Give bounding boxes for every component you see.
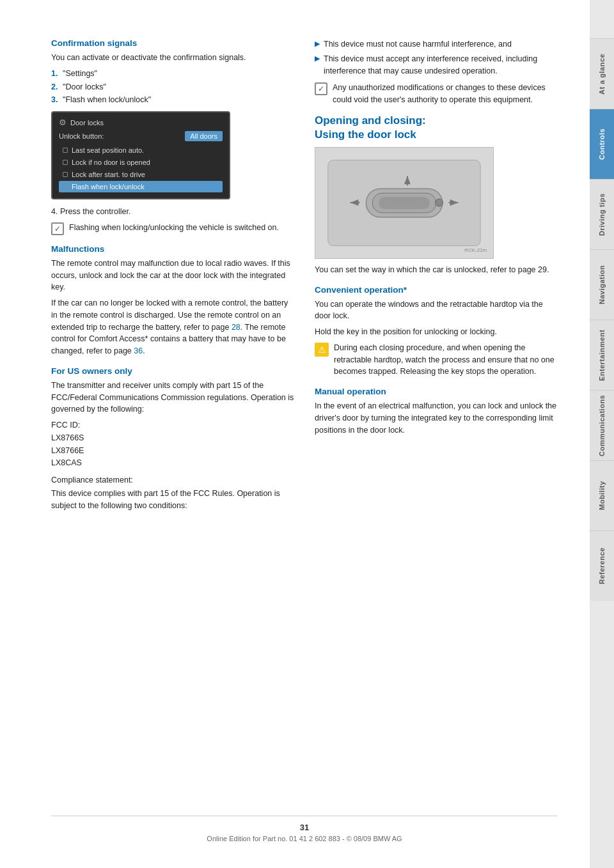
step4-text: 4. Press the controller. bbox=[51, 206, 295, 218]
opening-closing-heading-line1: Opening and closing: bbox=[315, 114, 426, 127]
closing-warning: During each closing procedure, and when … bbox=[315, 342, 558, 378]
door-handle-svg: RCK-22m bbox=[315, 147, 493, 259]
fcc-id-label: FCC ID: bbox=[51, 419, 295, 431]
confirmation-signals-section: Confirmation signals You can activate or… bbox=[51, 38, 295, 235]
bullet-1-text: This device must not cause harmful inter… bbox=[324, 38, 512, 50]
step-1: 1. "Settings" bbox=[51, 68, 295, 80]
arrow-icon-2: ▶ bbox=[315, 54, 320, 63]
sidebar-tab-driving-tips[interactable]: Driving tips bbox=[590, 179, 614, 249]
confirmation-signals-heading: Confirmation signals bbox=[51, 38, 295, 48]
page-number: 31 bbox=[51, 823, 558, 832]
bullet-1: ▶ This device must not cause harmful int… bbox=[315, 38, 558, 50]
closing-warning-text: During each closing procedure, and when … bbox=[334, 342, 558, 378]
opening-closing-heading: Opening and closing: Using the door lock bbox=[315, 114, 558, 142]
sidebar-tab-communications-label: Communications bbox=[598, 394, 606, 456]
unauthorized-mod-note: Any unauthorized modifications or change… bbox=[315, 82, 558, 106]
screen-item-1: Lock if no door is opened bbox=[59, 157, 223, 168]
opening-closing-section: Opening and closing: Using the door lock bbox=[315, 114, 558, 276]
step4-note-text: Flashing when locking/unlocking the vehi… bbox=[69, 222, 279, 234]
convenient-operation-heading: Convenient operation* bbox=[315, 285, 558, 295]
note-text: Any unauthorized modifications or change… bbox=[333, 82, 558, 106]
convenient-operation-para1: You can operate the windows and the retr… bbox=[315, 298, 558, 323]
compliance-label: Compliance statement: bbox=[51, 474, 295, 486]
unlock-value: All doors bbox=[185, 131, 223, 141]
settings-icon: ⚙ bbox=[59, 118, 67, 127]
sidebar-tab-reference[interactable]: Reference bbox=[590, 531, 614, 601]
screen-item-text-2: Lock after start. to drive bbox=[72, 171, 145, 178]
confirmation-signals-steps: 1. "Settings" 2. "Door locks" 3. "Flash … bbox=[51, 68, 295, 106]
step4-note: Flashing when locking/unlocking the vehi… bbox=[51, 222, 295, 235]
checkbox-icon-1 bbox=[63, 160, 68, 165]
sidebar-tab-at-a-glance-label: At a glance bbox=[598, 53, 606, 94]
door-locks-screen: ⚙ Door locks Unlock button: All doors La… bbox=[51, 111, 230, 199]
compliance-text: This device complies with part 15 of the… bbox=[51, 488, 295, 512]
caption-text: You can set the way in which the car is … bbox=[315, 265, 549, 274]
screen-item-text-3: Flash when lock/unlock bbox=[72, 183, 145, 190]
malfunctions-section: Malfunctions The remote control may malf… bbox=[51, 244, 295, 357]
malfunctions-para2: If the car can no longer be locked with … bbox=[51, 297, 295, 357]
page-footer: 31 Online Edition for Part no. 01 41 2 6… bbox=[51, 816, 558, 842]
fcc-id-1: LX8766E bbox=[51, 445, 295, 457]
malfunctions-para1: The remote control may malfunction due t… bbox=[51, 258, 295, 293]
page-ref-28[interactable]: 28 bbox=[232, 323, 240, 332]
screen-title: ⚙ Door locks bbox=[59, 118, 223, 127]
step-1-num: 1. bbox=[51, 68, 58, 80]
checkbox-icon-2 bbox=[63, 172, 68, 177]
manual-operation-para: In the event of an electrical malfunctio… bbox=[315, 400, 558, 436]
sidebar-tab-at-a-glance[interactable]: At a glance bbox=[590, 38, 614, 109]
step-3-text: "Flash when lock/unlock" bbox=[63, 95, 151, 104]
footer-text: Online Edition for Part no. 01 41 2 602 … bbox=[207, 835, 402, 842]
confirmation-signals-intro: You can activate or deactivate the confi… bbox=[51, 52, 295, 64]
door-handle-image: RCK-22m bbox=[315, 147, 494, 259]
for-us-owners-para1: The transmitter and receiver units compl… bbox=[51, 380, 295, 415]
opening-closing-heading-line2: Using the door lock bbox=[315, 128, 416, 141]
checkbox-icon-3 bbox=[63, 184, 68, 189]
sidebar-tab-communications[interactable]: Communications bbox=[590, 390, 614, 460]
unlock-row: Unlock button: All doors bbox=[59, 131, 223, 141]
malfunctions-heading: Malfunctions bbox=[51, 244, 295, 254]
svg-text:RCK-22m: RCK-22m bbox=[464, 247, 487, 253]
screen-item-3: Flash when lock/unlock bbox=[59, 181, 223, 192]
bullet-2: ▶ This device must accept any interferen… bbox=[315, 53, 558, 77]
fcc-id-2: LX8CAS bbox=[51, 457, 295, 469]
step-1-text: "Settings" bbox=[63, 69, 97, 78]
sidebar-tab-driving-tips-label: Driving tips bbox=[598, 193, 606, 236]
unlock-label: Unlock button: bbox=[59, 132, 104, 140]
screen-item-text-1: Lock if no door is opened bbox=[72, 159, 150, 166]
convenient-operation-section: Convenient operation* You can operate th… bbox=[315, 285, 558, 378]
door-lock-caption: You can set the way in which the car is … bbox=[315, 264, 558, 276]
us-owners-bullets: ▶ This device must not cause harmful int… bbox=[315, 38, 558, 106]
for-us-owners-heading: For US owners only bbox=[51, 366, 295, 376]
svg-rect-4 bbox=[379, 197, 429, 209]
note-checkmark-icon bbox=[315, 82, 327, 95]
page-ref-36[interactable]: 36 bbox=[134, 346, 143, 355]
arrow-icon-1: ▶ bbox=[315, 40, 320, 48]
sidebar-tab-mobility[interactable]: Mobility bbox=[590, 460, 614, 531]
sidebar-tab-controls-label: Controls bbox=[598, 128, 606, 160]
sidebar-tab-mobility-label: Mobility bbox=[598, 481, 606, 511]
sidebar-tab-entertainment[interactable]: Entertainment bbox=[590, 320, 614, 390]
convenient-operation-para2: Hold the key in the position for unlocki… bbox=[315, 326, 558, 338]
step-3: 3. "Flash when lock/unlock" bbox=[51, 94, 295, 106]
fcc-id-0: LX8766S bbox=[51, 432, 295, 444]
svg-point-5 bbox=[436, 199, 443, 206]
sidebar: At a glance Controls Driving tips Naviga… bbox=[590, 0, 614, 868]
sidebar-tab-entertainment-label: Entertainment bbox=[598, 329, 606, 380]
manual-operation-section: Manual operation In the event of an elec… bbox=[315, 387, 558, 436]
sidebar-tab-reference-label: Reference bbox=[598, 548, 606, 585]
step-2-num: 2. bbox=[51, 81, 58, 93]
sidebar-tab-navigation[interactable]: Navigation bbox=[590, 249, 614, 320]
step-3-num: 3. bbox=[51, 94, 58, 106]
step-2-text: "Door locks" bbox=[63, 82, 106, 91]
right-column: ▶ This device must not cause harmful int… bbox=[315, 38, 558, 796]
left-column: Confirmation signals You can activate or… bbox=[51, 38, 295, 796]
warning-icon bbox=[315, 343, 329, 357]
screen-item-2: Lock after start. to drive bbox=[59, 169, 223, 180]
checkmark-icon bbox=[51, 222, 64, 235]
sidebar-tab-controls[interactable]: Controls bbox=[590, 109, 614, 179]
step-2: 2. "Door locks" bbox=[51, 81, 295, 93]
sidebar-tab-navigation-label: Navigation bbox=[598, 265, 606, 304]
bullet-2-text: This device must accept any interference… bbox=[324, 53, 558, 77]
for-us-owners-section: For US owners only The transmitter and r… bbox=[51, 366, 295, 512]
screen-item-0: Last seat position auto. bbox=[59, 144, 223, 156]
